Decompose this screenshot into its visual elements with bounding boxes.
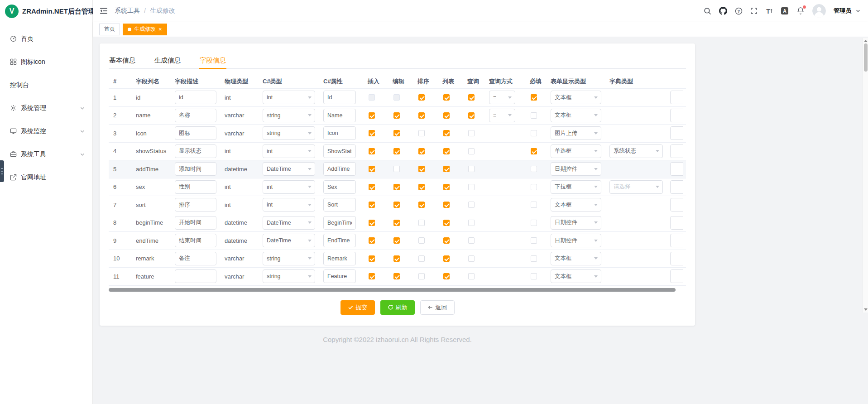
display-type-select[interactable]: 图片上传 — [551, 126, 601, 140]
horizontal-scrollbar-thumb[interactable] — [109, 288, 676, 292]
insert-checkbox[interactable] — [369, 148, 375, 154]
csharp-type-select[interactable]: int — [263, 144, 315, 158]
required-checkbox[interactable] — [531, 237, 537, 244]
sort-checkbox[interactable] — [418, 220, 425, 226]
csharp-property-input[interactable] — [323, 234, 356, 247]
clipped-next-column-input[interactable] — [670, 269, 683, 283]
csharp-type-select[interactable]: string — [263, 252, 315, 265]
insert-checkbox[interactable] — [369, 202, 375, 208]
scroll-up-arrow[interactable] — [864, 40, 868, 42]
sort-checkbox[interactable] — [418, 237, 425, 244]
sort-checkbox[interactable] — [418, 166, 425, 172]
display-type-select[interactable]: 文本框 — [551, 269, 601, 283]
list-checkbox[interactable] — [443, 255, 450, 262]
required-checkbox[interactable] — [531, 220, 537, 226]
query-checkbox[interactable] — [468, 112, 475, 119]
list-checkbox[interactable] — [443, 273, 450, 279]
csharp-property-input[interactable] — [323, 144, 356, 158]
clipped-next-column-input[interactable] — [670, 198, 683, 212]
list-checkbox[interactable] — [443, 166, 450, 172]
sort-checkbox[interactable] — [418, 202, 425, 208]
dict-type-select[interactable]: 系统状态 — [609, 144, 663, 158]
query-checkbox[interactable] — [468, 237, 475, 244]
query-checkbox[interactable] — [468, 273, 475, 279]
sidebar-item-console[interactable]: 控制台 — [0, 73, 92, 96]
edit-checkbox[interactable] — [393, 166, 400, 172]
list-checkbox[interactable] — [443, 94, 450, 101]
sort-checkbox[interactable] — [418, 273, 425, 279]
csharp-property-input[interactable] — [323, 180, 356, 194]
required-checkbox[interactable] — [531, 130, 537, 136]
csharp-property-input[interactable] — [323, 91, 356, 104]
sidebar-item-icons[interactable]: 图标icon — [0, 50, 92, 73]
sidebar-item-system-tools[interactable]: 系统工具 — [0, 143, 92, 166]
tab-field-info[interactable]: 字段信息 — [199, 53, 226, 68]
csharp-type-select[interactable]: int — [263, 180, 315, 194]
list-checkbox[interactable] — [443, 237, 450, 244]
clipped-next-column-input[interactable] — [670, 180, 683, 194]
bell-icon[interactable] — [796, 7, 805, 15]
query-checkbox[interactable] — [468, 202, 475, 208]
insert-checkbox[interactable] — [369, 166, 375, 172]
edit-checkbox[interactable] — [393, 237, 400, 244]
search-icon[interactable] — [704, 7, 711, 15]
list-checkbox[interactable] — [443, 184, 450, 190]
display-type-select[interactable]: 单选框 — [551, 144, 601, 158]
submit-button[interactable]: 提交 — [340, 300, 375, 315]
avatar[interactable] — [812, 4, 826, 18]
csharp-property-input[interactable] — [323, 109, 356, 122]
query-type-select[interactable]: = — [489, 91, 515, 104]
font-size-icon[interactable]: T — [765, 7, 773, 15]
logo[interactable]: V ZRAdmin.NET后台管理 — [0, 0, 92, 23]
sidebar-item-system-monitor[interactable]: 系统监控 — [0, 120, 92, 143]
csharp-property-input[interactable] — [323, 198, 356, 212]
clipped-next-column-input[interactable] — [670, 126, 683, 140]
close-icon[interactable]: × — [158, 26, 162, 32]
required-checkbox[interactable] — [531, 112, 537, 119]
sidebar-item-official-site[interactable]: 官网地址 — [0, 166, 92, 189]
display-type-select[interactable]: 日期控件 — [551, 234, 601, 247]
edit-checkbox[interactable] — [393, 94, 400, 101]
sort-checkbox[interactable] — [418, 130, 425, 136]
edit-checkbox[interactable] — [393, 148, 400, 154]
dict-type-select[interactable]: 请选择 — [609, 180, 663, 194]
insert-checkbox[interactable] — [369, 130, 375, 136]
translate-icon[interactable]: A — [781, 7, 789, 15]
edit-checkbox[interactable] — [393, 202, 400, 208]
csharp-type-select[interactable]: string — [263, 126, 315, 140]
column-description-input[interactable] — [175, 198, 216, 212]
display-type-select[interactable]: 文本框 — [551, 91, 601, 104]
sidebar-item-home[interactable]: 首页 — [0, 27, 92, 50]
column-description-input[interactable] — [175, 234, 216, 247]
clipped-next-column-input[interactable] — [670, 144, 683, 158]
clipped-next-column-input[interactable] — [670, 91, 683, 104]
clipped-next-column-input[interactable] — [670, 216, 683, 230]
username[interactable]: 管理员 — [834, 7, 851, 15]
edit-checkbox[interactable] — [393, 130, 400, 136]
clipped-next-column-input[interactable] — [670, 252, 683, 265]
csharp-type-select[interactable]: string — [263, 109, 315, 122]
insert-checkbox[interactable] — [369, 94, 375, 101]
sidebar-toggle-icon[interactable] — [99, 6, 108, 15]
required-checkbox[interactable] — [531, 94, 537, 101]
column-description-input[interactable] — [175, 91, 216, 104]
sidebar-item-system-admin[interactable]: 系统管理 — [0, 96, 92, 120]
settings-drawer-handle[interactable] — [0, 160, 4, 182]
edit-checkbox[interactable] — [393, 112, 400, 119]
csharp-type-select[interactable]: string — [263, 269, 315, 283]
display-type-select[interactable]: 文本框 — [551, 109, 601, 122]
query-checkbox[interactable] — [468, 184, 475, 190]
list-checkbox[interactable] — [443, 148, 450, 154]
query-checkbox[interactable] — [468, 94, 475, 101]
csharp-type-select[interactable]: DateTime — [263, 216, 315, 230]
insert-checkbox[interactable] — [369, 184, 375, 190]
help-icon[interactable]: ? — [735, 7, 743, 15]
column-description-input[interactable] — [175, 252, 216, 265]
csharp-type-select[interactable]: int — [263, 198, 315, 212]
query-checkbox[interactable] — [468, 148, 475, 154]
required-checkbox[interactable] — [531, 148, 537, 154]
query-checkbox[interactable] — [468, 130, 475, 136]
insert-checkbox[interactable] — [369, 255, 375, 262]
display-type-select[interactable]: 日期控件 — [551, 216, 601, 230]
required-checkbox[interactable] — [531, 255, 537, 262]
